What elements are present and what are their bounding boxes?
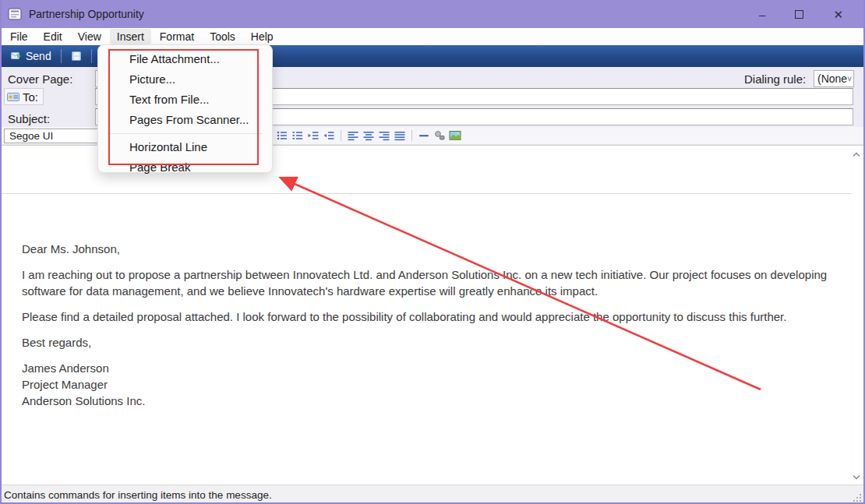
send-icon — [11, 51, 22, 61]
format-separator — [341, 130, 341, 141]
chevron-down-icon: ˅ — [847, 75, 852, 83]
dialing-rule-label: Dialing rule: — [744, 72, 806, 86]
format-separator — [411, 130, 412, 141]
increase-indent-icon[interactable] — [323, 129, 335, 142]
menu-item-picture[interactable]: Picture... — [98, 69, 272, 90]
align-center-icon[interactable] — [362, 129, 375, 142]
menu-separator — [108, 133, 263, 134]
numbered-list-icon[interactable] — [291, 129, 304, 142]
fax-compose-window: Partnership Opportunity – ✕ File Edit Vi… — [0, 0, 865, 504]
menu-item-horizontal-line[interactable]: Horizontal Line — [98, 137, 272, 157]
resize-grip[interactable] — [853, 493, 862, 502]
paragraph-1: I am reaching out to propose a partnersh… — [22, 266, 840, 299]
signature-name: James Anderson — [22, 360, 840, 376]
menu-file[interactable]: File — [3, 29, 35, 44]
horizontal-line-icon[interactable] — [418, 129, 430, 142]
menu-item-text-from-file[interactable]: Text from File... — [98, 90, 272, 110]
toolbar-separator — [61, 49, 62, 63]
decrease-indent-icon[interactable] — [307, 129, 320, 142]
save-button[interactable] — [66, 50, 86, 62]
body-divider-line — [2, 193, 851, 194]
contact-card-icon — [7, 93, 19, 101]
closing-line: Best regards, — [22, 334, 840, 351]
align-right-icon[interactable] — [378, 129, 390, 142]
paragraph-2: Please find a detailed proposal attached… — [22, 308, 840, 325]
menu-bar: File Edit View Insert Format Tools Help — [2, 28, 863, 45]
menu-item-file-attachment[interactable]: File Attachment... — [98, 49, 272, 69]
menu-help[interactable]: Help — [244, 29, 281, 44]
menu-insert[interactable]: Insert — [110, 29, 151, 44]
menu-item-page-break[interactable]: Page Break — [98, 157, 272, 178]
insert-menu-dropdown: File Attachment... Picture... Text from … — [97, 44, 273, 173]
menu-edit[interactable]: Edit — [37, 29, 69, 44]
menu-format[interactable]: Format — [153, 29, 201, 44]
scroll-up-icon[interactable] — [851, 149, 862, 160]
greeting-line: Dear Ms. Johnson, — [22, 241, 840, 257]
attach-file-icon[interactable] — [433, 129, 446, 142]
window-title: Partnership Opportunity — [29, 8, 144, 20]
signature-company: Anderson Solutions Inc. — [22, 393, 840, 409]
menu-view[interactable]: View — [71, 29, 108, 44]
status-bar: Contains commands for inserting items in… — [2, 485, 863, 504]
to-label: To: — [23, 90, 38, 104]
minimize-button[interactable]: – — [759, 9, 765, 20]
status-text: Contains commands for inserting items in… — [4, 489, 272, 501]
send-label: Send — [26, 50, 51, 62]
to-button[interactable]: To: — [4, 88, 44, 105]
cover-page-label: Cover Page: — [8, 72, 72, 86]
picture-icon[interactable] — [449, 129, 461, 142]
align-left-icon[interactable] — [347, 129, 359, 142]
justify-icon[interactable] — [394, 129, 406, 142]
signature-title: Project Manager — [22, 376, 840, 393]
menu-item-pages-from-scanner[interactable]: Pages From Scanner... — [98, 110, 272, 130]
letter-text: Dear Ms. Johnson, I am reaching out to p… — [22, 241, 840, 409]
scroll-down-icon[interactable] — [851, 471, 862, 482]
message-body[interactable]: Dear Ms. Johnson, I am reaching out to p… — [2, 145, 863, 485]
dialing-rule-select[interactable]: (None ˅ — [814, 70, 854, 87]
close-button[interactable]: ✕ — [833, 9, 843, 20]
save-icon — [71, 51, 82, 61]
toolbar-separator — [91, 49, 92, 63]
maximize-button[interactable] — [795, 10, 803, 19]
font-name: Segoe UI — [9, 130, 53, 142]
send-button[interactable]: Send — [6, 48, 56, 64]
subject-label: Subject: — [8, 112, 50, 125]
bullet-list-icon[interactable] — [276, 129, 288, 142]
title-bar: Partnership Opportunity – ✕ — [0, 0, 865, 28]
fax-document-icon — [8, 8, 22, 20]
dialing-rule-value: (None — [817, 72, 847, 85]
menu-tools[interactable]: Tools — [203, 29, 242, 44]
